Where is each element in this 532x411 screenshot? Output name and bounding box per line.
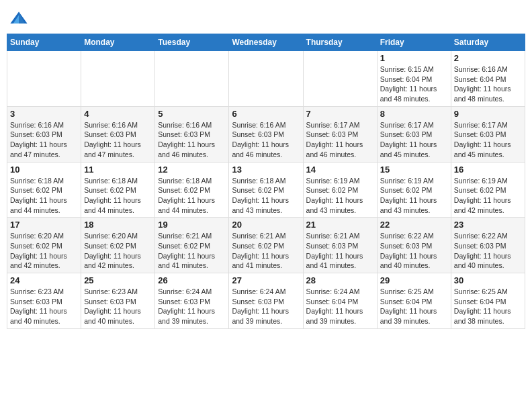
day-number: 3 [10, 109, 78, 119]
day-number: 30 [454, 275, 522, 285]
day-number: 8 [380, 109, 448, 119]
day-info: Sunrise: 6:24 AMSunset: 6:03 PMDaylight:… [232, 287, 300, 326]
calendar-cell: 30Sunrise: 6:25 AMSunset: 6:04 PMDayligh… [451, 273, 525, 329]
day-number: 21 [306, 220, 374, 230]
day-number: 6 [232, 109, 300, 119]
day-info: Sunrise: 6:18 AMSunset: 6:02 PMDaylight:… [158, 176, 226, 216]
calendar-cell [7, 51, 81, 107]
calendar-header-tuesday: Tuesday [155, 34, 229, 51]
day-info: Sunrise: 6:21 AMSunset: 6:02 PMDaylight:… [232, 231, 300, 271]
calendar-cell [229, 51, 303, 107]
day-info: Sunrise: 6:18 AMSunset: 6:02 PMDaylight:… [10, 176, 78, 216]
day-info: Sunrise: 6:16 AMSunset: 6:03 PMDaylight:… [10, 120, 78, 160]
calendar-cell: 7Sunrise: 6:17 AMSunset: 6:03 PMDaylight… [303, 106, 377, 162]
day-info: Sunrise: 6:21 AMSunset: 6:03 PMDaylight:… [306, 231, 374, 271]
calendar-cell: 4Sunrise: 6:16 AMSunset: 6:03 PMDaylight… [81, 106, 155, 162]
calendar: SundayMondayTuesdayWednesdayThursdayFrid… [7, 34, 525, 329]
calendar-cell: 2Sunrise: 6:16 AMSunset: 6:04 PMDaylight… [451, 51, 525, 107]
day-info: Sunrise: 6:17 AMSunset: 6:03 PMDaylight:… [454, 120, 522, 160]
day-info: Sunrise: 6:18 AMSunset: 6:02 PMDaylight:… [232, 176, 300, 216]
day-number: 4 [84, 109, 152, 119]
calendar-cell: 29Sunrise: 6:25 AMSunset: 6:04 PMDayligh… [377, 273, 451, 329]
day-info: Sunrise: 6:25 AMSunset: 6:04 PMDaylight:… [380, 287, 448, 326]
day-number: 19 [158, 220, 226, 230]
calendar-cell: 22Sunrise: 6:22 AMSunset: 6:03 PMDayligh… [377, 218, 451, 273]
page-header [7, 7, 525, 28]
calendar-cell [303, 51, 377, 107]
calendar-cell: 1Sunrise: 6:15 AMSunset: 6:04 PMDaylight… [377, 51, 451, 107]
calendar-cell: 11Sunrise: 6:18 AMSunset: 6:02 PMDayligh… [81, 162, 155, 218]
day-info: Sunrise: 6:16 AMSunset: 6:03 PMDaylight:… [232, 120, 300, 160]
day-info: Sunrise: 6:21 AMSunset: 6:02 PMDaylight:… [158, 231, 226, 271]
calendar-header-sunday: Sunday [7, 34, 81, 51]
day-info: Sunrise: 6:17 AMSunset: 6:03 PMDaylight:… [306, 120, 374, 160]
day-info: Sunrise: 6:20 AMSunset: 6:02 PMDaylight:… [84, 231, 152, 271]
calendar-week-row: 3Sunrise: 6:16 AMSunset: 6:03 PMDaylight… [7, 106, 525, 162]
day-number: 5 [158, 109, 226, 119]
day-number: 17 [10, 220, 78, 230]
calendar-week-row: 1Sunrise: 6:15 AMSunset: 6:04 PMDaylight… [7, 51, 525, 107]
day-number: 12 [158, 165, 226, 175]
calendar-header-saturday: Saturday [451, 34, 525, 51]
day-number: 14 [306, 165, 374, 175]
day-number: 27 [232, 275, 300, 285]
calendar-cell: 14Sunrise: 6:19 AMSunset: 6:02 PMDayligh… [303, 162, 377, 218]
day-info: Sunrise: 6:19 AMSunset: 6:02 PMDaylight:… [454, 176, 522, 216]
calendar-header-thursday: Thursday [303, 34, 377, 51]
calendar-cell: 13Sunrise: 6:18 AMSunset: 6:02 PMDayligh… [229, 162, 303, 218]
day-number: 10 [10, 165, 78, 175]
day-number: 7 [306, 109, 374, 119]
day-number: 2 [454, 53, 522, 63]
calendar-cell: 10Sunrise: 6:18 AMSunset: 6:02 PMDayligh… [7, 162, 81, 218]
calendar-header-row: SundayMondayTuesdayWednesdayThursdayFrid… [7, 34, 525, 51]
day-number: 25 [84, 275, 152, 285]
day-info: Sunrise: 6:16 AMSunset: 6:03 PMDaylight:… [158, 120, 226, 160]
calendar-week-row: 10Sunrise: 6:18 AMSunset: 6:02 PMDayligh… [7, 162, 525, 218]
calendar-week-row: 24Sunrise: 6:23 AMSunset: 6:03 PMDayligh… [7, 273, 525, 329]
day-number: 26 [158, 275, 226, 285]
day-number: 20 [232, 220, 300, 230]
day-info: Sunrise: 6:16 AMSunset: 6:03 PMDaylight:… [84, 120, 152, 160]
calendar-cell: 18Sunrise: 6:20 AMSunset: 6:02 PMDayligh… [81, 218, 155, 273]
calendar-cell: 17Sunrise: 6:20 AMSunset: 6:02 PMDayligh… [7, 218, 81, 273]
calendar-cell: 6Sunrise: 6:16 AMSunset: 6:03 PMDaylight… [229, 106, 303, 162]
day-info: Sunrise: 6:15 AMSunset: 6:04 PMDaylight:… [380, 64, 448, 104]
day-number: 24 [10, 275, 78, 285]
day-info: Sunrise: 6:24 AMSunset: 6:03 PMDaylight:… [158, 287, 226, 326]
day-number: 22 [380, 220, 448, 230]
day-number: 1 [380, 53, 448, 63]
calendar-cell: 3Sunrise: 6:16 AMSunset: 6:03 PMDaylight… [7, 106, 81, 162]
calendar-cell: 8Sunrise: 6:17 AMSunset: 6:03 PMDaylight… [377, 106, 451, 162]
day-info: Sunrise: 6:18 AMSunset: 6:02 PMDaylight:… [84, 176, 152, 216]
day-info: Sunrise: 6:22 AMSunset: 6:03 PMDaylight:… [380, 231, 448, 271]
day-number: 9 [454, 109, 522, 119]
calendar-cell: 24Sunrise: 6:23 AMSunset: 6:03 PMDayligh… [7, 273, 81, 329]
day-info: Sunrise: 6:23 AMSunset: 6:03 PMDaylight:… [10, 287, 78, 326]
day-info: Sunrise: 6:19 AMSunset: 6:02 PMDaylight:… [380, 176, 448, 216]
calendar-cell [81, 51, 155, 107]
day-number: 13 [232, 165, 300, 175]
day-number: 28 [306, 275, 374, 285]
day-info: Sunrise: 6:17 AMSunset: 6:03 PMDaylight:… [380, 120, 448, 160]
day-info: Sunrise: 6:20 AMSunset: 6:02 PMDaylight:… [10, 231, 78, 271]
calendar-header-wednesday: Wednesday [229, 34, 303, 51]
day-number: 16 [454, 165, 522, 175]
day-number: 18 [84, 220, 152, 230]
day-number: 15 [380, 165, 448, 175]
calendar-cell: 26Sunrise: 6:24 AMSunset: 6:03 PMDayligh… [155, 273, 229, 329]
calendar-cell: 23Sunrise: 6:22 AMSunset: 6:03 PMDayligh… [451, 218, 525, 273]
calendar-header-monday: Monday [81, 34, 155, 51]
day-info: Sunrise: 6:23 AMSunset: 6:03 PMDaylight:… [84, 287, 152, 326]
calendar-cell: 28Sunrise: 6:24 AMSunset: 6:04 PMDayligh… [303, 273, 377, 329]
day-info: Sunrise: 6:16 AMSunset: 6:04 PMDaylight:… [454, 64, 522, 104]
logo-icon [9, 9, 28, 28]
calendar-cell: 27Sunrise: 6:24 AMSunset: 6:03 PMDayligh… [229, 273, 303, 329]
day-info: Sunrise: 6:24 AMSunset: 6:04 PMDaylight:… [306, 287, 374, 326]
day-number: 29 [380, 275, 448, 285]
calendar-cell: 5Sunrise: 6:16 AMSunset: 6:03 PMDaylight… [155, 106, 229, 162]
day-info: Sunrise: 6:19 AMSunset: 6:02 PMDaylight:… [306, 176, 374, 216]
logo [9, 9, 31, 28]
calendar-header-friday: Friday [377, 34, 451, 51]
calendar-cell: 19Sunrise: 6:21 AMSunset: 6:02 PMDayligh… [155, 218, 229, 273]
day-info: Sunrise: 6:22 AMSunset: 6:03 PMDaylight:… [454, 231, 522, 271]
